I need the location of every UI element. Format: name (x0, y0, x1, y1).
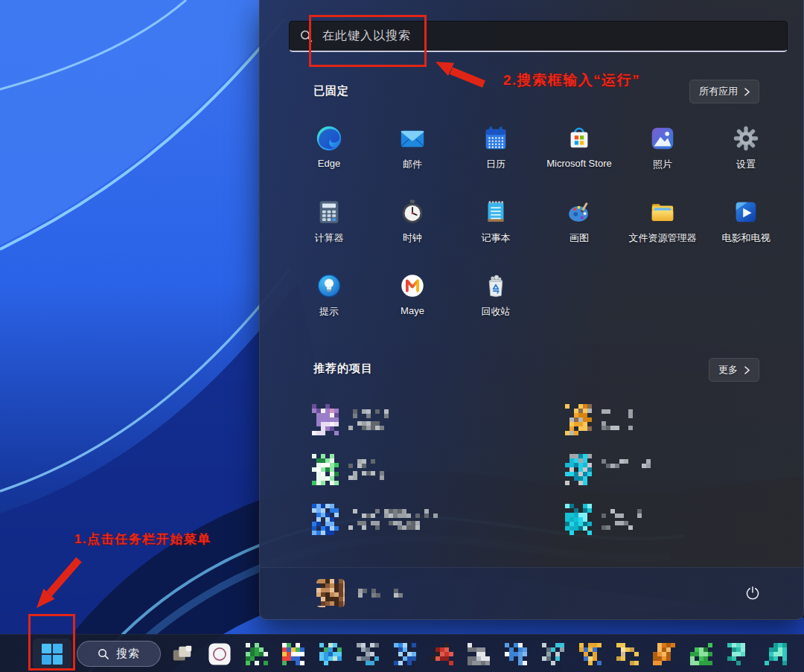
pixelated-glyph (394, 643, 416, 665)
pinned-app-label: 照片 (653, 158, 672, 171)
user-name-blurred (354, 589, 407, 598)
pinned-section-label: 已固定 (313, 84, 349, 98)
pinned-app-日历[interactable]: 日历 (454, 119, 537, 193)
pixelated-item-icon (312, 454, 339, 485)
pinned-app-照片[interactable]: 照片 (621, 119, 704, 193)
pinned-app-label: 文件资源管理器 (629, 231, 697, 245)
pixelated-app-icon[interactable] (278, 639, 308, 669)
recommended-item[interactable] (565, 444, 804, 494)
all-apps-label: 所有应用 (699, 85, 738, 98)
pixelated-item-icon (565, 504, 592, 535)
clock-icon (398, 198, 427, 226)
pixelated-app-icon[interactable] (724, 639, 753, 669)
pinned-app-邮件[interactable]: 邮件 (371, 119, 454, 193)
start-menu: 在此键入以搜索 已固定 所有应用 Edge邮件日历Microsoft Store… (259, 0, 804, 620)
pinned-app-记事本[interactable]: 记事本 (454, 193, 537, 266)
pixelated-glyph (542, 643, 564, 665)
recommended-item[interactable] (312, 394, 565, 444)
pixelated-item-icon (565, 454, 592, 485)
edge-icon (315, 124, 343, 153)
pinned-app-maye[interactable]: Maye (371, 266, 454, 340)
search-icon (300, 30, 313, 42)
pinned-app-label: 日历 (486, 158, 505, 171)
all-apps-button[interactable]: 所有应用 (689, 80, 759, 103)
start-menu-user-band (260, 567, 803, 619)
recommended-item[interactable] (312, 494, 565, 544)
recommended-item[interactable] (565, 494, 804, 544)
recommended-section-label: 推荐的项目 (313, 362, 373, 376)
pinned-app-时钟[interactable]: 时钟 (371, 193, 454, 266)
pixelated-app-icon[interactable] (464, 639, 494, 669)
power-icon (744, 585, 761, 601)
tips-icon (315, 272, 343, 300)
pinned-apps-grid: Edge邮件日历Microsoft Store照片设置计算器时钟记事本画图文件资… (287, 119, 788, 340)
photos-icon (648, 124, 677, 153)
pinned-app-label: Maye (401, 305, 424, 316)
taskbar-search[interactable]: 搜索 (77, 641, 161, 667)
pixelated-glyph (431, 643, 453, 665)
windows-logo-icon (42, 644, 63, 665)
recommended-item[interactable] (565, 394, 804, 444)
pinned-app-label: 邮件 (403, 158, 422, 171)
start-search-input[interactable]: 在此键入以搜索 (289, 21, 788, 52)
pinned-app-画图[interactable]: 画图 (537, 193, 621, 266)
notepad-icon (482, 198, 510, 226)
pinned-app-label: 时钟 (403, 231, 422, 245)
pixelated-app-icon[interactable] (316, 639, 345, 669)
pixelated-app-icon[interactable] (353, 639, 383, 669)
pinned-app-电影和电视[interactable]: 电影和电视 (704, 193, 788, 266)
pinned-app-label: 计算器 (315, 231, 344, 245)
pinned-app-microsoft-store[interactable]: Microsoft Store (537, 119, 621, 193)
mail-icon (398, 124, 427, 153)
calculator-icon (315, 198, 343, 226)
pixelated-user-name (354, 589, 407, 598)
start-button[interactable] (33, 639, 71, 669)
pixelated-glyph (616, 643, 639, 665)
task-view-icon[interactable] (168, 639, 197, 669)
more-button[interactable]: 更多 (709, 358, 759, 382)
pixelated-app-icon[interactable] (538, 639, 568, 669)
pixelated-app-icon[interactable] (761, 639, 791, 669)
ring-glyph (208, 642, 232, 666)
maye-icon (398, 272, 427, 300)
pinned-app-设置[interactable]: 设置 (704, 119, 788, 193)
taskbar: 搜索 (0, 634, 804, 672)
pixelated-app-icon[interactable] (501, 639, 531, 669)
pixelated-item-icon (565, 404, 592, 435)
pixelated-glyph (727, 643, 750, 665)
power-button[interactable] (739, 580, 766, 607)
pinned-app-label: Edge (318, 158, 340, 169)
pixelated-item-icon (312, 404, 339, 435)
ring-app-icon[interactable] (205, 639, 234, 669)
pinned-app-回收站[interactable]: 回收站 (454, 266, 537, 340)
pixelated-app-icon[interactable] (427, 639, 457, 669)
pixelated-app-icon[interactable] (686, 639, 716, 669)
pinned-app-提示[interactable]: 提示 (287, 266, 371, 340)
pixelated-app-icon[interactable] (613, 639, 642, 669)
calendar-icon (482, 124, 510, 153)
pinned-app-label: 记事本 (482, 231, 511, 245)
search-icon (98, 648, 109, 660)
explorer-icon (648, 198, 677, 226)
recommended-item[interactable] (312, 444, 565, 494)
pinned-app-计算器[interactable]: 计算器 (287, 193, 371, 266)
user-avatar[interactable] (316, 579, 345, 607)
pinned-app-文件资源管理器[interactable]: 文件资源管理器 (621, 193, 704, 266)
pinned-app-edge[interactable]: Edge (287, 119, 371, 193)
pinned-app-label: 画图 (570, 231, 589, 245)
pinned-app-label: Microsoft Store (546, 158, 611, 169)
pixelated-app-icon[interactable] (242, 639, 272, 669)
pixelated-avatar (316, 579, 345, 607)
pixelated-app-icon[interactable] (390, 639, 420, 669)
desktop: 在此键入以搜索 已固定 所有应用 Edge邮件日历Microsoft Store… (0, 0, 804, 672)
pixelated-glyph (319, 643, 342, 665)
pixelated-item-text (602, 459, 655, 480)
store-icon (565, 124, 593, 153)
pinned-app-label: 提示 (319, 305, 339, 319)
pixelated-app-icon[interactable] (575, 639, 605, 669)
pixelated-glyph (690, 643, 712, 665)
pixelated-app-icon[interactable] (649, 639, 679, 669)
recycle-icon (482, 272, 510, 300)
pinned-app-label: 电影和电视 (722, 231, 770, 245)
pixelated-item-text (602, 509, 642, 530)
